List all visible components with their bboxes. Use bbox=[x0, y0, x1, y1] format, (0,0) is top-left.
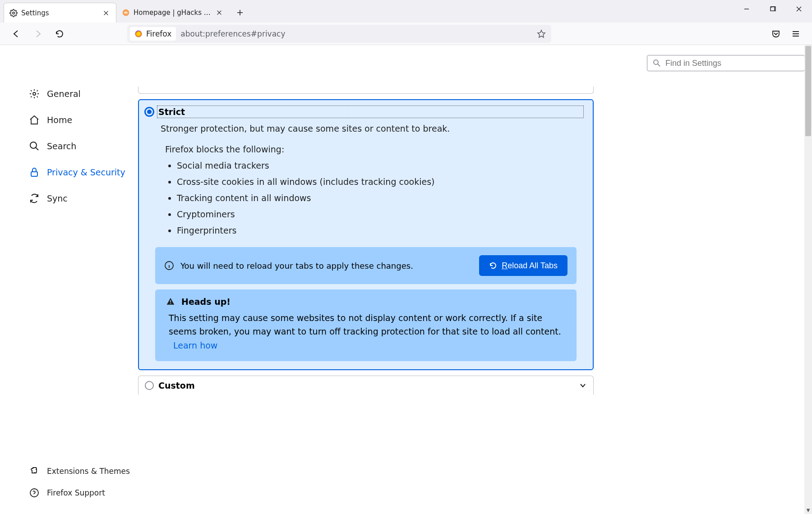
settings-main: Strict Stronger protection, but may caus… bbox=[138, 45, 805, 514]
forward-button[interactable] bbox=[30, 26, 46, 42]
reload-all-tabs-button[interactable]: Reload All Tabs bbox=[479, 255, 567, 276]
minimize-button[interactable] bbox=[734, 0, 760, 18]
svg-point-6 bbox=[30, 142, 37, 148]
window-controls bbox=[734, 0, 812, 18]
list-item: Fingerprinters bbox=[177, 225, 577, 235]
sidebar-item-search[interactable]: Search bbox=[29, 136, 138, 156]
gear-icon bbox=[29, 88, 40, 99]
svg-point-4 bbox=[137, 32, 141, 36]
blocks-intro: Firefox blocks the following: bbox=[165, 144, 577, 154]
reload-info-text: You will need to reload your tabs to app… bbox=[180, 261, 479, 271]
radio-custom[interactable] bbox=[145, 381, 154, 390]
custom-label: Custom bbox=[158, 381, 195, 390]
puzzle-icon bbox=[29, 466, 40, 477]
sidebar-item-extensions[interactable]: Extensions & Themes bbox=[29, 462, 138, 481]
chevron-down-icon bbox=[579, 381, 587, 390]
help-icon bbox=[29, 487, 40, 498]
warning-icon bbox=[166, 297, 175, 306]
radio-strict[interactable] bbox=[144, 107, 154, 117]
gear-icon bbox=[9, 9, 18, 17]
sidebar-item-label: Firefox Support bbox=[47, 488, 105, 497]
site-identity[interactable]: Firefox bbox=[130, 27, 176, 41]
find-in-settings[interactable] bbox=[647, 55, 805, 71]
svg-rect-11 bbox=[170, 300, 171, 303]
firefox-logo-icon bbox=[134, 30, 143, 38]
sidebar-item-label: General bbox=[47, 89, 81, 99]
previous-card-bottom bbox=[138, 87, 594, 94]
identity-label: Firefox bbox=[146, 29, 171, 38]
close-icon[interactable] bbox=[215, 8, 224, 17]
search-icon bbox=[29, 141, 40, 151]
heads-up-body: This setting may cause some websites to … bbox=[169, 311, 566, 352]
address-bar[interactable]: Firefox about:preferences#privacy bbox=[127, 25, 551, 43]
back-button[interactable] bbox=[8, 26, 24, 42]
svg-point-9 bbox=[654, 60, 658, 64]
learn-how-link[interactable]: Learn how bbox=[173, 340, 217, 350]
blocks-list: Social media trackers Cross-site cookies… bbox=[155, 161, 577, 235]
sidebar-item-label: Privacy & Security bbox=[47, 167, 125, 177]
sidebar-item-sync[interactable]: Sync bbox=[29, 188, 138, 208]
new-tab-button[interactable] bbox=[233, 5, 247, 20]
tab-title: Settings bbox=[21, 9, 98, 17]
lock-icon bbox=[29, 167, 40, 178]
bookmark-star-button[interactable] bbox=[534, 27, 549, 41]
heads-up-box: Heads up! This setting may cause some we… bbox=[155, 289, 577, 361]
sidebar-item-label: Extensions & Themes bbox=[47, 467, 130, 476]
maximize-button[interactable] bbox=[760, 0, 786, 18]
sidebar-item-label: Sync bbox=[47, 193, 68, 203]
svg-point-8 bbox=[30, 489, 38, 497]
save-to-pocket-button[interactable] bbox=[768, 26, 784, 42]
strict-label: Strict bbox=[157, 106, 584, 118]
navigation-toolbar: Firefox about:preferences#privacy bbox=[0, 23, 812, 45]
info-icon bbox=[164, 261, 174, 271]
sidebar-item-privacy[interactable]: Privacy & Security bbox=[29, 162, 138, 182]
list-item: Tracking content in all windows bbox=[177, 193, 577, 203]
sidebar-item-label: Search bbox=[47, 141, 76, 151]
tab-strip: Settings Homepage | gHacks Technology bbox=[0, 0, 812, 23]
sidebar-item-general[interactable]: General bbox=[29, 84, 138, 104]
protection-card-custom[interactable]: Custom bbox=[138, 376, 594, 395]
protection-card-strict: Strict Stronger protection, but may caus… bbox=[138, 99, 594, 370]
reload-icon bbox=[489, 262, 497, 270]
close-icon[interactable] bbox=[102, 9, 111, 18]
scrollbar-thumb[interactable] bbox=[805, 46, 811, 136]
heads-up-title: Heads up! bbox=[181, 297, 231, 307]
site-favicon-icon bbox=[122, 9, 130, 17]
page-content: General Home Search Privacy & Security S… bbox=[0, 45, 805, 514]
close-window-button[interactable] bbox=[786, 0, 812, 18]
sidebar-item-support[interactable]: Firefox Support bbox=[29, 483, 138, 502]
list-item: Cryptominers bbox=[177, 209, 577, 219]
search-input[interactable] bbox=[665, 59, 799, 68]
svg-rect-12 bbox=[170, 303, 171, 304]
reload-button[interactable] bbox=[51, 26, 68, 42]
svg-point-0 bbox=[13, 12, 15, 14]
strict-description: Stronger protection, but may cause some … bbox=[161, 124, 577, 133]
settings-sidebar: General Home Search Privacy & Security S… bbox=[0, 45, 138, 514]
svg-point-5 bbox=[33, 92, 36, 95]
home-icon bbox=[29, 115, 40, 125]
vertical-scrollbar[interactable]: ▲ ▼ bbox=[804, 45, 812, 514]
scroll-down-button[interactable]: ▼ bbox=[804, 506, 812, 514]
list-item: Cross-site cookies in all windows (inclu… bbox=[177, 177, 577, 187]
reload-button-label: Reload All Tabs bbox=[502, 261, 558, 271]
reload-info-box: You will need to reload your tabs to app… bbox=[155, 247, 577, 284]
sync-icon bbox=[29, 193, 40, 204]
tab-settings[interactable]: Settings bbox=[4, 3, 116, 23]
sidebar-item-label: Home bbox=[47, 115, 72, 125]
sidebar-item-home[interactable]: Home bbox=[29, 110, 138, 130]
url-text: about:preferences#privacy bbox=[180, 29, 285, 38]
list-item: Social media trackers bbox=[177, 161, 577, 170]
svg-rect-7 bbox=[31, 172, 37, 176]
search-icon bbox=[653, 59, 661, 67]
tab-ghacks[interactable]: Homepage | gHacks Technology bbox=[116, 3, 229, 23]
application-menu-button[interactable] bbox=[788, 26, 804, 42]
tab-title: Homepage | gHacks Technology bbox=[134, 9, 211, 17]
